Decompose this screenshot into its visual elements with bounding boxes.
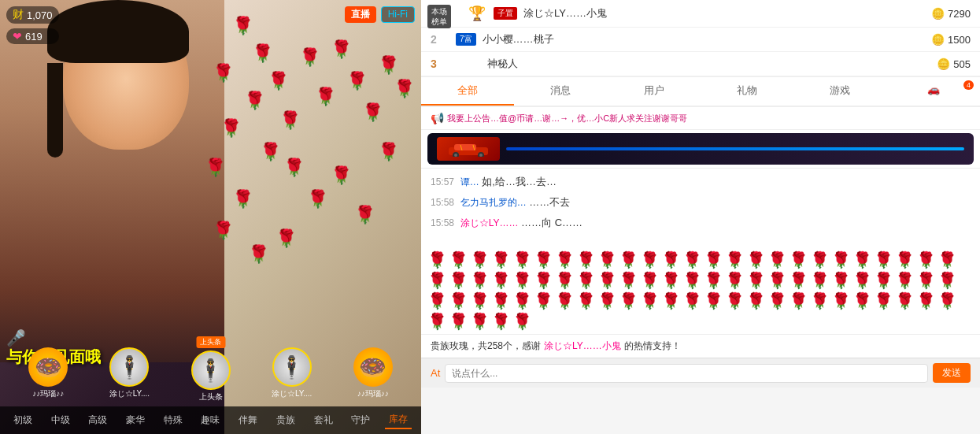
rose-g-26: 🌹	[427, 271, 447, 290]
gift-item-5[interactable]: 🍩 ♪♪玛瑙♪♪	[353, 347, 393, 399]
badge-bar: 财 1,070 ❤ 619	[6, 6, 59, 44]
chat-area[interactable]: 15:57 谭… 如,给…我…去… 15:58 乞力马扎罗的… ……不去 15:…	[421, 169, 980, 247]
gift-icon-2: 🕴	[109, 347, 149, 387]
rose-g-31: 🌹	[534, 271, 553, 290]
rose-g-66: 🌹	[746, 291, 766, 310]
rose-g-47: 🌹	[874, 271, 893, 290]
rose-g-48: 🌹	[895, 271, 915, 290]
gift-icon-5: 🍩	[353, 347, 393, 387]
svg-point-4	[454, 154, 457, 157]
rose-g-24: 🌹	[916, 250, 936, 269]
score-val-3: 505	[953, 58, 971, 70]
rose-g-39: 🌹	[704, 271, 723, 290]
gift-label-2: 涂じ☆LY....	[109, 388, 150, 399]
cat-quwei[interactable]: 趣味	[197, 412, 224, 428]
cat-chuji[interactable]: 初级	[9, 412, 36, 428]
rose-g-61: 🌹	[640, 291, 660, 310]
cat-banwu[interactable]: 伴舞	[235, 412, 261, 428]
scene-sub: 榜单	[431, 17, 447, 27]
cat-zhongji[interactable]: 中级	[47, 412, 74, 428]
tab-msg[interactable]: 消息	[514, 77, 607, 106]
rose-g-43: 🌹	[789, 271, 808, 290]
cat-taoli[interactable]: 套礼	[310, 412, 337, 428]
rose-g-76: 🌹	[427, 312, 447, 331]
leaderboard: 本场 榜单 🏆 子置 涂じ☆LY……小鬼 🪙 7290 2 7富 小小樱……桃子…	[421, 0, 980, 77]
rose-g-41: 🌹	[746, 271, 766, 290]
car-svg	[445, 141, 492, 157]
gift-item-3[interactable]: 上头条 🕴 上头条	[191, 344, 231, 402]
rose-g-36: 🌹	[640, 271, 660, 290]
leader-score-1: 🪙 7290	[931, 7, 971, 20]
tab-gift[interactable]: 礼物	[701, 77, 793, 106]
rose-g-72: 🌹	[874, 291, 893, 310]
rose-g-17: 🌹	[767, 250, 787, 269]
car-tab-badge: 4	[963, 80, 974, 90]
rose-g-51: 🌹	[427, 291, 447, 310]
tab-bar: 全部 消息 用户 礼物 游戏 🚗 4	[421, 77, 980, 107]
chat-text-3: ……向 C……	[521, 217, 582, 228]
rose-g-65: 🌹	[725, 291, 745, 310]
rose-g-15: 🌹	[725, 250, 745, 269]
right-panel: 本场 榜单 🏆 子置 涂じ☆LY……小鬼 🪙 7290 2 7富 小小樱……桃子…	[421, 0, 980, 434]
cat-teshu[interactable]: 特殊	[160, 412, 187, 428]
leader-row-1: 🏆 子置 涂じ☆LY……小鬼 🪙 7290	[421, 0, 980, 28]
leader-row-3: 3 神秘人 🪙 505	[421, 52, 980, 76]
rose-g-22: 🌹	[874, 250, 893, 269]
rose-g-37: 🌹	[661, 271, 681, 290]
cat-kucun[interactable]: 库存	[385, 411, 412, 429]
chat-input[interactable]	[445, 364, 928, 383]
gift-item-2[interactable]: 🕴 涂じ☆LY....	[109, 347, 150, 399]
cat-guizu[interactable]: 贵族	[272, 412, 299, 428]
rose-g-57: 🌹	[555, 291, 575, 310]
chat-time-1: 15:57	[431, 176, 454, 187]
chat-text-1: 如,给…我…去…	[482, 176, 557, 187]
rose-g-71: 🌹	[852, 291, 872, 310]
rose-g-29: 🌹	[491, 271, 511, 290]
tab-game[interactable]: 游戏	[793, 77, 886, 106]
rose-g-30: 🌹	[512, 271, 532, 290]
category-bar: 初级 中级 高级 豪华 特殊 趣味 伴舞 贵族 套礼 守护 库存	[0, 406, 421, 434]
live-badge: 直播	[345, 6, 376, 23]
leader-name-1: 涂じ☆LY……小鬼	[523, 6, 925, 20]
coin-icon-3: 🪙	[937, 57, 950, 70]
gift-anim-section	[421, 130, 980, 169]
cat-gaoji[interactable]: 高级	[84, 412, 111, 428]
send-button[interactable]: 发送	[933, 363, 971, 383]
gift-item-4[interactable]: 🕴 涂じ☆LY....	[272, 347, 312, 399]
leader-name-2: 小小樱……桃子	[483, 32, 926, 46]
hifi-badge: Hi-Fi	[381, 6, 415, 23]
bottom-msg-text: 贵族玫瑰，共258个，感谢	[431, 339, 541, 353]
rose-g-64: 🌹	[704, 291, 723, 310]
gift-label-4: 涂じ☆LY....	[272, 388, 312, 399]
ann-icon: 📢	[431, 112, 444, 124]
at-button[interactable]: At	[431, 367, 440, 379]
score-val-1: 7290	[948, 8, 971, 20]
leader-rank-1: 🏆	[468, 5, 487, 22]
rose-g-77: 🌹	[449, 312, 468, 331]
tab-all[interactable]: 全部	[421, 77, 514, 106]
rose-g-4: 🌹	[491, 250, 511, 269]
rose-g-70: 🌹	[831, 291, 851, 310]
car-gift-anim	[427, 133, 974, 165]
rose-g-10: 🌹	[619, 250, 638, 269]
cat-shouhu[interactable]: 守护	[347, 412, 374, 428]
chat-msg-2: 15:58 乞力马扎罗的… ……不去	[431, 195, 971, 210]
tab-car[interactable]: 🚗 4	[887, 77, 980, 106]
rose-g-13: 🌹	[682, 250, 702, 269]
rose-g-1: 🌹	[427, 250, 447, 269]
leader-score-2: 🪙 1500	[931, 33, 971, 46]
leader-rank-2: 2	[431, 33, 449, 46]
gift-row[interactable]: 🍩 ♪♪玛瑙♪♪ 🕴 涂じ☆LY.... 上头条 🕴 上头条 🕴 涂じ☆LY..…	[0, 344, 421, 402]
rose-g-75: 🌹	[937, 291, 957, 310]
rose-g-74: 🌹	[916, 291, 936, 310]
rose-g-6: 🌹	[534, 250, 553, 269]
tab-user[interactable]: 用户	[608, 77, 701, 106]
gift-item-1[interactable]: 🍩 ♪♪玛瑙♪♪	[28, 347, 68, 399]
rose-g-54: 🌹	[491, 291, 511, 310]
rose-g-38: 🌹	[682, 271, 702, 290]
rose-g-2: 🌹	[449, 250, 468, 269]
cai-value: 1,070	[27, 9, 53, 21]
bottom-msg-suffix: 的热情支持！	[624, 339, 681, 353]
sender-name: 涂じ☆LY……小鬼	[544, 339, 621, 353]
cat-haohua[interactable]: 豪华	[122, 412, 149, 428]
